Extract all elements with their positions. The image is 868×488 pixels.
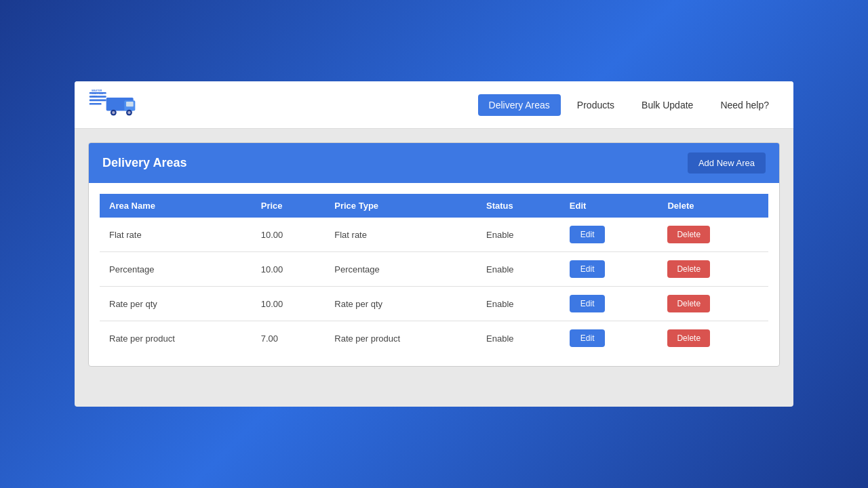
svg-rect-2 <box>90 99 106 101</box>
cell-delete: Delete <box>658 252 768 287</box>
col-edit: Edit <box>560 194 658 218</box>
delete-button-0[interactable]: Delete <box>667 226 710 243</box>
cell-edit: Edit <box>560 252 658 287</box>
table-row: Rate per product 7.00 Rate per product E… <box>100 321 768 356</box>
cell-price: 7.00 <box>252 321 326 356</box>
col-price: Price <box>252 194 326 218</box>
svg-point-10 <box>127 110 130 113</box>
cell-price: 10.00 <box>252 287 326 321</box>
cell-price-type: Rate per qty <box>325 287 477 321</box>
nav-need-help[interactable]: Need help? <box>709 94 780 116</box>
svg-text:SHIPPING: SHIPPING <box>92 92 103 95</box>
cell-area-name: Flat rate <box>100 218 252 252</box>
logo-icon: MASTER SHIPPING PRO <box>88 88 142 122</box>
main-container: MASTER SHIPPING PRO Delivery Areas Produ… <box>75 81 793 407</box>
card-header: Delivery Areas Add New Area <box>89 143 779 183</box>
cell-delete: Delete <box>658 218 768 252</box>
cell-area-name: Rate per product <box>100 321 252 356</box>
table-row: Percentage 10.00 Percentage Enable Edit … <box>100 252 768 287</box>
navbar: MASTER SHIPPING PRO Delivery Areas Produ… <box>75 81 793 129</box>
cell-area-name: Rate per qty <box>100 287 252 321</box>
cell-edit: Edit <box>560 218 658 252</box>
nav-delivery-areas[interactable]: Delivery Areas <box>478 94 561 116</box>
cell-price: 10.00 <box>252 252 326 287</box>
cell-status: Enable <box>477 218 560 252</box>
table-row: Flat rate 10.00 Flat rate Enable Edit De… <box>100 218 768 252</box>
col-price-type: Price Type <box>325 194 477 218</box>
edit-button-1[interactable]: Edit <box>570 260 606 278</box>
table-wrapper: Area Name Price Price Type Status Edit D… <box>89 183 779 366</box>
cell-status: Enable <box>477 252 560 287</box>
edit-button-3[interactable]: Edit <box>570 329 606 347</box>
svg-text:MASTER: MASTER <box>92 89 102 92</box>
delete-button-1[interactable]: Delete <box>667 260 710 278</box>
cell-price-type: Flat rate <box>325 218 477 252</box>
table-row: Rate per qty 10.00 Rate per qty Enable E… <box>100 287 768 321</box>
cell-price-type: Percentage <box>325 252 477 287</box>
cell-price: 10.00 <box>252 218 326 252</box>
cell-edit: Edit <box>560 287 658 321</box>
add-new-area-button[interactable]: Add New Area <box>688 152 766 174</box>
cell-delete: Delete <box>658 321 768 356</box>
svg-rect-3 <box>90 102 102 104</box>
cell-edit: Edit <box>560 321 658 356</box>
nav-links: Delivery Areas Products Bulk Update Need… <box>478 94 780 116</box>
logo-area: MASTER SHIPPING PRO <box>88 88 142 122</box>
cell-status: Enable <box>477 287 560 321</box>
delivery-areas-card: Delivery Areas Add New Area Area Name Pr… <box>88 142 780 367</box>
nav-bulk-update[interactable]: Bulk Update <box>631 94 704 116</box>
nav-products[interactable]: Products <box>566 94 625 116</box>
cell-delete: Delete <box>658 287 768 321</box>
svg-rect-6 <box>126 102 134 106</box>
col-delete: Delete <box>658 194 768 218</box>
edit-button-0[interactable]: Edit <box>570 226 606 243</box>
delivery-areas-table: Area Name Price Price Type Status Edit D… <box>100 194 768 355</box>
card-title: Delivery Areas <box>102 156 186 170</box>
cell-status: Enable <box>477 321 560 356</box>
col-area-name: Area Name <box>100 194 252 218</box>
col-status: Status <box>477 194 560 218</box>
cell-area-name: Percentage <box>100 252 252 287</box>
delete-button-2[interactable]: Delete <box>667 295 710 312</box>
svg-text:PRO: PRO <box>92 95 97 98</box>
delete-button-3[interactable]: Delete <box>667 329 710 347</box>
table-header-row: Area Name Price Price Type Status Edit D… <box>100 194 768 218</box>
cell-price-type: Rate per product <box>325 321 477 356</box>
svg-point-8 <box>112 110 115 113</box>
table-body: Flat rate 10.00 Flat rate Enable Edit De… <box>100 218 768 355</box>
edit-button-2[interactable]: Edit <box>570 295 606 312</box>
content-area: Delivery Areas Add New Area Area Name Pr… <box>75 129 793 380</box>
